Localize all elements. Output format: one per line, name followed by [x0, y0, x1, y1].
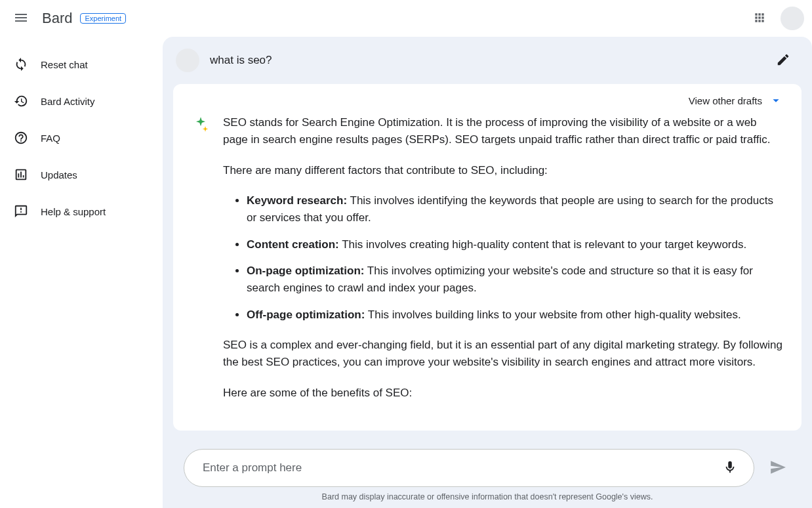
sidebar: Reset chat Bard Activity FAQ Updates Hel… — [0, 37, 163, 508]
account-avatar[interactable] — [781, 7, 804, 30]
response-intro: SEO stands for Search Engine Optimizatio… — [223, 114, 783, 149]
factor-desc: This involves building links to your web… — [365, 308, 741, 321]
user-message-row: what is seo? — [163, 37, 812, 84]
factor-desc: This involves creating high-quality cont… — [339, 238, 746, 251]
sidebar-item-label: Bard Activity — [41, 96, 95, 107]
reset-icon — [13, 56, 29, 72]
response-benefits-intro: Here are some of the benefits of SEO: — [223, 385, 783, 402]
composer-area: Bard may display inaccurate or offensive… — [163, 441, 812, 508]
list-item: On-page optimization: This involves opti… — [247, 263, 783, 297]
list-item: Off-page optimization: This involves bui… — [247, 307, 783, 324]
help-icon — [13, 130, 29, 146]
microphone-button[interactable] — [717, 455, 743, 481]
edit-prompt-button[interactable] — [770, 47, 796, 74]
bard-sparkle-icon — [192, 116, 210, 415]
list-item: Keyword research: This involves identify… — [247, 192, 783, 227]
prompt-input[interactable] — [203, 461, 717, 475]
user-avatar — [176, 49, 199, 72]
header-left: Bard Experiment — [5, 3, 126, 34]
conversation-scroll[interactable]: what is seo? View other drafts — [163, 37, 812, 441]
factor-term: On-page optimization: — [247, 265, 364, 277]
main-panel: what is seo? View other drafts — [163, 37, 812, 508]
sidebar-item-label: Help & support — [41, 206, 106, 217]
sidebar-item-activity[interactable]: Bard Activity — [8, 84, 155, 118]
view-drafts-label[interactable]: View other drafts — [689, 95, 762, 106]
chevron-down-icon[interactable] — [769, 93, 783, 108]
sidebar-item-label: Updates — [41, 169, 77, 180]
sidebar-item-updates[interactable]: Updates — [8, 158, 155, 192]
main-menu-button[interactable] — [5, 3, 37, 34]
factor-term: Content creation: — [247, 238, 339, 251]
response-card: View other drafts SEO stands for Search … — [173, 84, 802, 431]
microphone-icon — [723, 460, 737, 476]
apps-grid-icon — [753, 11, 766, 26]
footer-disclaimer: Bard may display inaccurate or offensive… — [184, 487, 791, 504]
user-message-text: what is seo? — [210, 54, 272, 67]
sidebar-item-help[interactable]: Help & support — [8, 194, 155, 228]
sidebar-item-faq[interactable]: FAQ — [8, 121, 155, 155]
header-right — [746, 5, 804, 32]
response-conclusion: SEO is a complex and ever-changing field… — [223, 337, 783, 371]
send-button[interactable] — [765, 455, 791, 481]
factor-term: Keyword research: — [247, 194, 347, 207]
pencil-icon — [776, 53, 790, 69]
sidebar-item-reset-chat[interactable]: Reset chat — [8, 47, 155, 81]
sidebar-item-label: Reset chat — [41, 59, 88, 70]
google-apps-button[interactable] — [746, 5, 773, 32]
response-factors-intro: There are many different factors that co… — [223, 162, 783, 179]
updates-icon — [13, 167, 29, 182]
history-icon — [13, 93, 29, 109]
factor-term: Off-page optimization: — [247, 308, 365, 321]
brand-name: Bard — [42, 10, 72, 27]
feedback-icon — [13, 203, 29, 219]
view-drafts-row[interactable]: View other drafts — [192, 93, 783, 108]
response-text: SEO stands for Search Engine Optimizatio… — [223, 114, 783, 415]
list-item: Content creation: This involves creating… — [247, 236, 783, 253]
hamburger-icon — [13, 10, 29, 28]
app-header: Bard Experiment — [0, 0, 812, 37]
experiment-badge: Experiment — [80, 13, 126, 24]
factors-list: Keyword research: This involves identify… — [223, 192, 783, 324]
prompt-input-container[interactable] — [184, 449, 754, 487]
send-icon — [769, 459, 786, 478]
sidebar-item-label: FAQ — [41, 133, 60, 144]
